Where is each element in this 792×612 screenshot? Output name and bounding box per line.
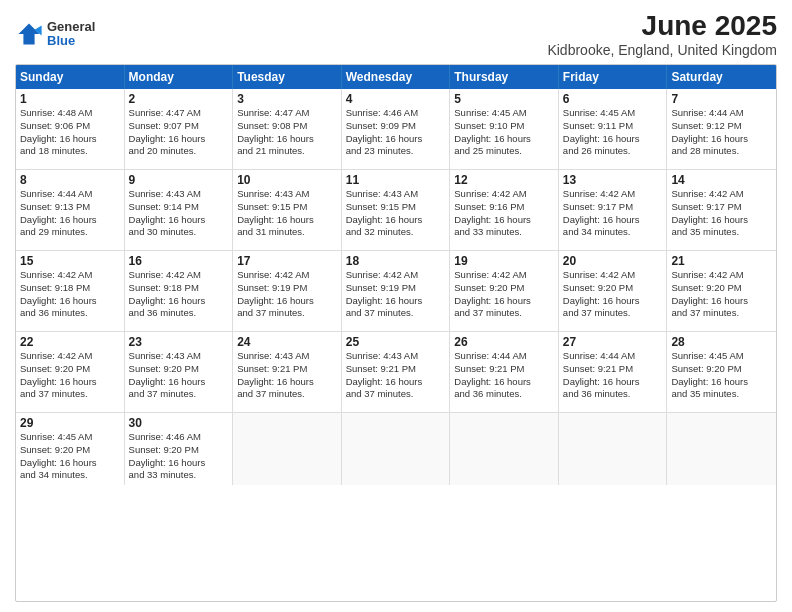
day-info: Sunrise: 4:43 AM Sunset: 9:15 PM Dayligh… [237, 188, 337, 239]
calendar-header: SundayMondayTuesdayWednesdayThursdayFrid… [16, 65, 776, 89]
day-number: 15 [20, 254, 120, 268]
day-number: 7 [671, 92, 772, 106]
day-info: Sunrise: 4:45 AM Sunset: 9:10 PM Dayligh… [454, 107, 554, 158]
calendar-cell [342, 413, 451, 485]
calendar-row-4: 22Sunrise: 4:42 AM Sunset: 9:20 PM Dayli… [16, 332, 776, 413]
calendar-row-2: 8Sunrise: 4:44 AM Sunset: 9:13 PM Daylig… [16, 170, 776, 251]
calendar-cell [450, 413, 559, 485]
calendar-cell [559, 413, 668, 485]
calendar-row-3: 15Sunrise: 4:42 AM Sunset: 9:18 PM Dayli… [16, 251, 776, 332]
day-info: Sunrise: 4:42 AM Sunset: 9:20 PM Dayligh… [563, 269, 663, 320]
day-info: Sunrise: 4:44 AM Sunset: 9:21 PM Dayligh… [454, 350, 554, 401]
logo-general: General [47, 20, 95, 34]
calendar-cell: 9Sunrise: 4:43 AM Sunset: 9:14 PM Daylig… [125, 170, 234, 250]
calendar-cell: 15Sunrise: 4:42 AM Sunset: 9:18 PM Dayli… [16, 251, 125, 331]
calendar-cell: 14Sunrise: 4:42 AM Sunset: 9:17 PM Dayli… [667, 170, 776, 250]
day-info: Sunrise: 4:42 AM Sunset: 9:18 PM Dayligh… [20, 269, 120, 320]
location: Kidbrooke, England, United Kingdom [547, 42, 777, 58]
day-info: Sunrise: 4:48 AM Sunset: 9:06 PM Dayligh… [20, 107, 120, 158]
calendar-cell: 12Sunrise: 4:42 AM Sunset: 9:16 PM Dayli… [450, 170, 559, 250]
day-info: Sunrise: 4:46 AM Sunset: 9:20 PM Dayligh… [129, 431, 229, 482]
calendar-cell: 16Sunrise: 4:42 AM Sunset: 9:18 PM Dayli… [125, 251, 234, 331]
day-number: 29 [20, 416, 120, 430]
day-info: Sunrise: 4:42 AM Sunset: 9:18 PM Dayligh… [129, 269, 229, 320]
calendar-cell: 22Sunrise: 4:42 AM Sunset: 9:20 PM Dayli… [16, 332, 125, 412]
day-info: Sunrise: 4:42 AM Sunset: 9:16 PM Dayligh… [454, 188, 554, 239]
calendar-body: 1Sunrise: 4:48 AM Sunset: 9:06 PM Daylig… [16, 89, 776, 485]
day-info: Sunrise: 4:42 AM Sunset: 9:20 PM Dayligh… [454, 269, 554, 320]
header-cell-tuesday: Tuesday [233, 65, 342, 89]
day-info: Sunrise: 4:44 AM Sunset: 9:13 PM Dayligh… [20, 188, 120, 239]
day-number: 30 [129, 416, 229, 430]
day-number: 14 [671, 173, 772, 187]
day-info: Sunrise: 4:45 AM Sunset: 9:11 PM Dayligh… [563, 107, 663, 158]
day-number: 3 [237, 92, 337, 106]
calendar-cell [233, 413, 342, 485]
day-number: 16 [129, 254, 229, 268]
calendar-cell: 13Sunrise: 4:42 AM Sunset: 9:17 PM Dayli… [559, 170, 668, 250]
month-title: June 2025 [547, 10, 777, 42]
calendar-cell: 4Sunrise: 4:46 AM Sunset: 9:09 PM Daylig… [342, 89, 451, 169]
day-number: 24 [237, 335, 337, 349]
day-info: Sunrise: 4:42 AM Sunset: 9:19 PM Dayligh… [237, 269, 337, 320]
calendar-cell: 5Sunrise: 4:45 AM Sunset: 9:10 PM Daylig… [450, 89, 559, 169]
calendar-cell: 30Sunrise: 4:46 AM Sunset: 9:20 PM Dayli… [125, 413, 234, 485]
day-number: 9 [129, 173, 229, 187]
calendar: SundayMondayTuesdayWednesdayThursdayFrid… [15, 64, 777, 602]
day-number: 6 [563, 92, 663, 106]
day-info: Sunrise: 4:42 AM Sunset: 9:17 PM Dayligh… [563, 188, 663, 239]
calendar-row-5: 29Sunrise: 4:45 AM Sunset: 9:20 PM Dayli… [16, 413, 776, 485]
page: General Blue June 2025 Kidbrooke, Englan… [0, 0, 792, 612]
calendar-cell: 2Sunrise: 4:47 AM Sunset: 9:07 PM Daylig… [125, 89, 234, 169]
day-info: Sunrise: 4:43 AM Sunset: 9:14 PM Dayligh… [129, 188, 229, 239]
calendar-cell: 6Sunrise: 4:45 AM Sunset: 9:11 PM Daylig… [559, 89, 668, 169]
header-cell-sunday: Sunday [16, 65, 125, 89]
day-info: Sunrise: 4:42 AM Sunset: 9:19 PM Dayligh… [346, 269, 446, 320]
day-info: Sunrise: 4:47 AM Sunset: 9:08 PM Dayligh… [237, 107, 337, 158]
day-number: 27 [563, 335, 663, 349]
day-info: Sunrise: 4:42 AM Sunset: 9:20 PM Dayligh… [20, 350, 120, 401]
calendar-cell: 26Sunrise: 4:44 AM Sunset: 9:21 PM Dayli… [450, 332, 559, 412]
day-info: Sunrise: 4:47 AM Sunset: 9:07 PM Dayligh… [129, 107, 229, 158]
day-number: 19 [454, 254, 554, 268]
day-info: Sunrise: 4:43 AM Sunset: 9:15 PM Dayligh… [346, 188, 446, 239]
day-number: 5 [454, 92, 554, 106]
calendar-cell: 17Sunrise: 4:42 AM Sunset: 9:19 PM Dayli… [233, 251, 342, 331]
day-number: 13 [563, 173, 663, 187]
day-number: 8 [20, 173, 120, 187]
calendar-row-1: 1Sunrise: 4:48 AM Sunset: 9:06 PM Daylig… [16, 89, 776, 170]
calendar-cell: 20Sunrise: 4:42 AM Sunset: 9:20 PM Dayli… [559, 251, 668, 331]
calendar-cell: 8Sunrise: 4:44 AM Sunset: 9:13 PM Daylig… [16, 170, 125, 250]
logo-blue: Blue [47, 34, 95, 48]
day-info: Sunrise: 4:42 AM Sunset: 9:17 PM Dayligh… [671, 188, 772, 239]
day-number: 2 [129, 92, 229, 106]
day-info: Sunrise: 4:42 AM Sunset: 9:20 PM Dayligh… [671, 269, 772, 320]
day-info: Sunrise: 4:43 AM Sunset: 9:20 PM Dayligh… [129, 350, 229, 401]
header-cell-thursday: Thursday [450, 65, 559, 89]
day-number: 21 [671, 254, 772, 268]
header-cell-monday: Monday [125, 65, 234, 89]
day-number: 25 [346, 335, 446, 349]
header-cell-saturday: Saturday [667, 65, 776, 89]
day-number: 4 [346, 92, 446, 106]
calendar-cell: 1Sunrise: 4:48 AM Sunset: 9:06 PM Daylig… [16, 89, 125, 169]
calendar-cell: 19Sunrise: 4:42 AM Sunset: 9:20 PM Dayli… [450, 251, 559, 331]
day-info: Sunrise: 4:43 AM Sunset: 9:21 PM Dayligh… [346, 350, 446, 401]
day-info: Sunrise: 4:45 AM Sunset: 9:20 PM Dayligh… [671, 350, 772, 401]
calendar-cell: 18Sunrise: 4:42 AM Sunset: 9:19 PM Dayli… [342, 251, 451, 331]
day-number: 20 [563, 254, 663, 268]
day-number: 10 [237, 173, 337, 187]
logo: General Blue [15, 20, 95, 49]
calendar-cell: 24Sunrise: 4:43 AM Sunset: 9:21 PM Dayli… [233, 332, 342, 412]
calendar-cell: 7Sunrise: 4:44 AM Sunset: 9:12 PM Daylig… [667, 89, 776, 169]
calendar-cell: 28Sunrise: 4:45 AM Sunset: 9:20 PM Dayli… [667, 332, 776, 412]
day-number: 1 [20, 92, 120, 106]
day-number: 11 [346, 173, 446, 187]
day-info: Sunrise: 4:45 AM Sunset: 9:20 PM Dayligh… [20, 431, 120, 482]
calendar-cell [667, 413, 776, 485]
day-number: 17 [237, 254, 337, 268]
day-number: 26 [454, 335, 554, 349]
day-number: 22 [20, 335, 120, 349]
day-number: 18 [346, 254, 446, 268]
calendar-cell: 10Sunrise: 4:43 AM Sunset: 9:15 PM Dayli… [233, 170, 342, 250]
